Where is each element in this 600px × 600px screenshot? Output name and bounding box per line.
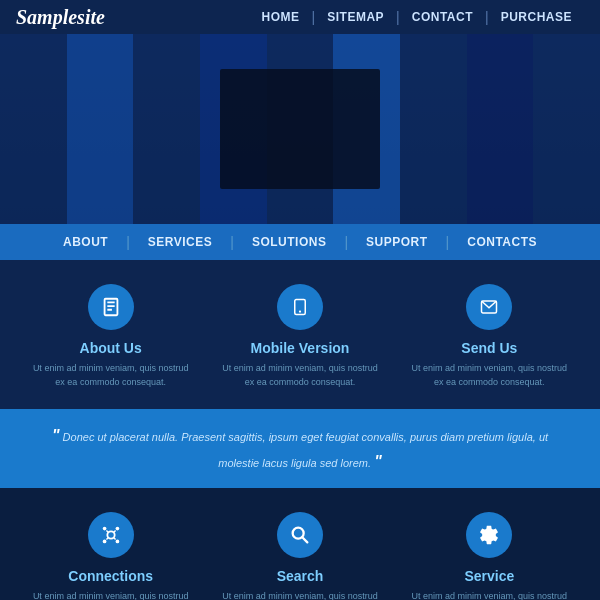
- svg-line-9: [106, 531, 108, 533]
- feature-desc-search: Ut enim ad minim veniam, quis nostrud ex…: [220, 590, 380, 600]
- stripe-9: [533, 34, 600, 224]
- feature-item-send: Send Us Ut enim ad minim veniam, quis no…: [409, 284, 569, 389]
- nav-home[interactable]: HOME: [250, 10, 312, 24]
- stripe-7: [400, 34, 467, 224]
- svg-line-11: [106, 537, 108, 539]
- svg-point-5: [102, 527, 106, 531]
- nav-purchase[interactable]: PURCHASE: [489, 10, 584, 24]
- nav-contact[interactable]: CONTACT: [400, 10, 485, 24]
- feature-item-search: Search Ut enim ad minim veniam, quis nos…: [220, 512, 380, 600]
- s-nav-support[interactable]: SUPPORT: [348, 235, 446, 249]
- feature-title-service: Service: [464, 568, 514, 584]
- book-icon: [88, 284, 134, 330]
- envelope-icon: [466, 284, 512, 330]
- s-nav-about[interactable]: ABOUT: [45, 235, 126, 249]
- svg-point-7: [102, 540, 106, 544]
- features-section-2: Connections Ut enim ad minim veniam, qui…: [0, 488, 600, 600]
- feature-desc-mobile: Ut enim ad minim veniam, quis nostrud ex…: [220, 362, 380, 389]
- s-nav-contacts[interactable]: CONTACTS: [449, 235, 555, 249]
- quote-text: " Donec ut placerat nulla. Praesent sagi…: [40, 423, 560, 474]
- svg-point-8: [115, 540, 119, 544]
- quote-banner: " Donec ut placerat nulla. Praesent sagi…: [0, 409, 600, 488]
- svg-point-6: [115, 527, 119, 531]
- feature-desc-about: Ut enim ad minim veniam, quis nostrud ex…: [31, 362, 191, 389]
- stripe-1: [0, 34, 67, 224]
- gear-icon: [466, 512, 512, 558]
- feature-item-mobile: Mobile Version Ut enim ad minim veniam, …: [220, 284, 380, 389]
- svg-point-2: [299, 310, 301, 312]
- feature-item-about: About Us Ut enim ad minim veniam, quis n…: [31, 284, 191, 389]
- feature-desc-connections: Ut enim ad minim veniam, quis nostrud ex…: [31, 590, 191, 600]
- features-section-1: About Us Ut enim ad minim veniam, quis n…: [0, 260, 600, 409]
- svg-line-12: [113, 537, 115, 539]
- close-quote: ": [374, 453, 382, 470]
- top-nav-links: HOME | SITEMAP | CONTACT | PURCHASE: [250, 9, 584, 25]
- hero-center-box: [220, 69, 380, 189]
- nav-sitemap[interactable]: SITEMAP: [315, 10, 396, 24]
- stripe-3: [133, 34, 200, 224]
- svg-line-10: [113, 531, 115, 533]
- feature-title-connections: Connections: [68, 568, 153, 584]
- quote-body: Donec ut placerat nulla. Praesent sagitt…: [63, 431, 548, 469]
- stripe-2: [67, 34, 134, 224]
- open-quote: ": [52, 427, 60, 444]
- s-nav-services[interactable]: SERVICES: [130, 235, 230, 249]
- connections-icon: [88, 512, 134, 558]
- feature-title-about: About Us: [80, 340, 142, 356]
- secondary-nav: ABOUT | SERVICES | SOLUTIONS | SUPPORT |…: [0, 224, 600, 260]
- mobile-icon: [277, 284, 323, 330]
- hero-section: [0, 34, 600, 224]
- feature-item-connections: Connections Ut enim ad minim veniam, qui…: [31, 512, 191, 600]
- feature-desc-service: Ut enim ad minim veniam, quis nostrud ex…: [409, 590, 569, 600]
- site-logo[interactable]: Samplesite: [16, 6, 105, 29]
- feature-desc-send: Ut enim ad minim veniam, quis nostrud ex…: [409, 362, 569, 389]
- stripe-8: [467, 34, 534, 224]
- svg-line-14: [302, 537, 307, 542]
- feature-item-service: Service Ut enim ad minim veniam, quis no…: [409, 512, 569, 600]
- s-nav-solutions[interactable]: SOLUTIONS: [234, 235, 345, 249]
- feature-title-mobile: Mobile Version: [251, 340, 350, 356]
- feature-title-search: Search: [277, 568, 324, 584]
- feature-title-send: Send Us: [461, 340, 517, 356]
- search-icon: [277, 512, 323, 558]
- top-nav: Samplesite HOME | SITEMAP | CONTACT | PU…: [0, 0, 600, 34]
